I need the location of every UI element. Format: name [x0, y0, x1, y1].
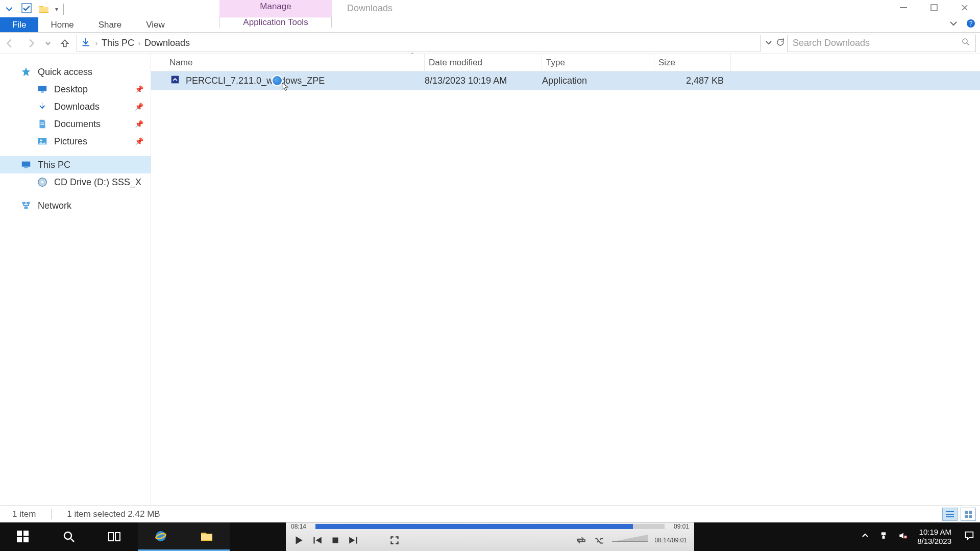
new-folder-icon[interactable]: [38, 3, 50, 15]
media-time-counter: 08:14/09:01: [655, 537, 687, 544]
pin-icon: 📌: [135, 85, 143, 93]
tray-network-icon[interactable]: [878, 531, 889, 543]
sidebar-item-documents[interactable]: Documents 📌: [0, 115, 151, 133]
svg-rect-8: [41, 92, 44, 93]
separator-icon: [63, 4, 64, 15]
sidebar-item-downloads[interactable]: Downloads 📌: [0, 98, 151, 115]
svg-rect-32: [23, 537, 29, 542]
start-button[interactable]: [0, 522, 46, 551]
search-button[interactable]: [46, 522, 92, 551]
svg-text:?: ?: [969, 20, 973, 27]
svg-rect-20: [172, 76, 179, 83]
tray-volume-muted-icon[interactable]: [898, 531, 908, 543]
close-button[interactable]: [949, 0, 980, 15]
search-input[interactable]: Search Downloads: [787, 35, 976, 52]
sidebar-item-desktop[interactable]: Desktop 📌: [0, 81, 151, 98]
this-pc-icon: [20, 159, 32, 170]
svg-rect-34: [109, 533, 113, 541]
file-explorer-button[interactable]: [184, 522, 230, 551]
media-player-bar: 08:14 09:01 08:14/09:01: [286, 522, 694, 551]
breadcrumb-downloads[interactable]: Downloads: [144, 38, 190, 48]
maximize-button[interactable]: [919, 0, 949, 15]
recent-dropdown-icon[interactable]: [43, 34, 53, 53]
qat-dropdown-icon[interactable]: ▾: [55, 6, 58, 13]
tray-clock[interactable]: 10:19 AM 8/13/2023: [917, 528, 954, 546]
back-button[interactable]: [0, 34, 19, 53]
properties-check-icon[interactable]: [20, 2, 33, 16]
application-icon: [169, 74, 181, 88]
svg-rect-18: [27, 202, 30, 205]
window-controls: [888, 0, 980, 15]
tab-application-tools[interactable]: Application Tools: [219, 17, 332, 28]
status-bar: 1 item 1 item selected 2.42 MB: [0, 505, 980, 522]
sidebar-label: Downloads: [54, 102, 100, 112]
thumbnails-view-button[interactable]: [961, 508, 976, 521]
svg-point-6: [963, 39, 967, 43]
svg-rect-7: [38, 86, 47, 91]
sidebar-label: Network: [38, 201, 71, 211]
svg-rect-0: [22, 4, 31, 13]
sidebar-item-this-pc[interactable]: This PC: [0, 156, 151, 173]
volume-slider[interactable]: [612, 537, 648, 544]
sidebar-item-network[interactable]: Network: [0, 197, 151, 214]
collapse-ribbon-icon[interactable]: [948, 18, 959, 31]
action-center-icon[interactable]: [964, 530, 975, 543]
svg-rect-26: [965, 515, 968, 518]
play-button[interactable]: [293, 535, 304, 546]
sidebar-label: Pictures: [54, 136, 87, 147]
svg-rect-17: [22, 202, 26, 205]
fullscreen-button[interactable]: [389, 535, 400, 546]
chevron-right-icon[interactable]: ›: [138, 40, 140, 47]
media-progress-bar[interactable]: [315, 524, 665, 529]
sidebar-item-pictures[interactable]: Pictures 📌: [0, 133, 151, 150]
svg-rect-28: [333, 537, 338, 543]
window-title: Downloads: [347, 3, 393, 14]
next-button[interactable]: [348, 535, 359, 546]
forward-button[interactable]: [21, 34, 41, 53]
column-type[interactable]: Type: [542, 54, 654, 71]
breadcrumb-bar[interactable]: › This PC › Downloads: [77, 35, 761, 52]
column-size[interactable]: Size: [654, 54, 731, 71]
svg-rect-29: [17, 531, 22, 536]
sidebar-item-quick-access[interactable]: Quick access: [0, 63, 151, 81]
cd-drive-icon: [37, 177, 48, 188]
internet-explorer-button[interactable]: [138, 522, 184, 551]
stop-button[interactable]: [330, 535, 341, 546]
column-date[interactable]: Date modified: [425, 54, 542, 71]
download-icon: [37, 101, 48, 112]
refresh-icon[interactable]: [776, 38, 785, 49]
file-row[interactable]: PERCCLI_7.211.0_windows_ZPE 8/13/2023 10…: [151, 71, 980, 90]
svg-rect-27: [969, 515, 972, 518]
details-view-button[interactable]: [942, 508, 958, 521]
tab-share[interactable]: Share: [86, 17, 134, 32]
chevron-right-icon[interactable]: ›: [95, 40, 97, 47]
svg-rect-25: [969, 511, 972, 514]
task-view-button[interactable]: [92, 522, 138, 551]
minimize-button[interactable]: [888, 0, 919, 15]
svg-rect-21: [946, 511, 954, 512]
sort-ascending-icon: ˄: [411, 52, 414, 59]
cursor-icon: [281, 82, 290, 91]
shuffle-button[interactable]: [594, 535, 605, 546]
loop-button[interactable]: [575, 535, 586, 546]
sidebar-item-cd-drive[interactable]: CD Drive (D:) SSS_X64: [0, 173, 151, 191]
previous-button[interactable]: [311, 535, 323, 546]
column-name[interactable]: Name ˄: [169, 54, 425, 71]
file-list: Name ˄ Date modified Type Size PERCCLI_7…: [151, 54, 980, 505]
tray-chevron-up-icon[interactable]: [861, 532, 869, 542]
tab-view[interactable]: View: [134, 17, 177, 32]
column-headers: Name ˄ Date modified Type Size: [151, 54, 980, 71]
sidebar-label: This PC: [38, 160, 70, 170]
help-icon[interactable]: ?: [966, 18, 976, 31]
svg-rect-22: [946, 514, 954, 515]
column-label: Name: [169, 58, 192, 68]
up-button[interactable]: [55, 34, 75, 53]
svg-rect-2: [931, 5, 937, 11]
tab-file[interactable]: File: [0, 17, 38, 32]
tab-home[interactable]: Home: [38, 17, 86, 32]
svg-rect-35: [115, 533, 120, 541]
ribbon-context-tab[interactable]: Manage: [219, 0, 332, 17]
svg-rect-31: [17, 537, 22, 542]
breadcrumb-this-pc[interactable]: This PC: [102, 38, 134, 48]
address-dropdown-icon[interactable]: [765, 38, 773, 48]
